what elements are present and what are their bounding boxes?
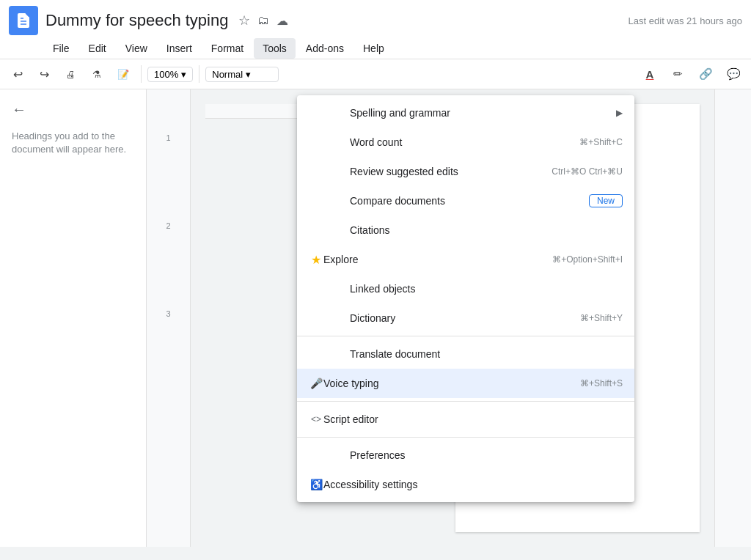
accessibility-icon: ♿	[309, 477, 323, 492]
menu-item-accessibility[interactable]: ♿ Accessibility settings	[297, 470, 634, 499]
new-badge: New	[589, 194, 623, 207]
menu-item-review[interactable]: Review suggested edits Ctrl+⌘O Ctrl+⌘U	[297, 157, 634, 186]
menu-item-spelling[interactable]: Spelling and grammar ▶	[297, 98, 634, 128]
menu-insert[interactable]: Insert	[158, 38, 201, 59]
preferences-label: Preferences	[323, 449, 623, 461]
menu-format[interactable]: Format	[202, 38, 252, 59]
right-panel	[714, 89, 751, 547]
outline-panel: ← Headings you add to the document will …	[0, 89, 147, 547]
undo-button[interactable]: ↩	[6, 62, 29, 86]
wordcount-label: Word count	[323, 136, 579, 148]
review-label: Review suggested edits	[323, 166, 552, 177]
zoom-value: 100%	[154, 69, 178, 80]
spell-check-button[interactable]: 📝	[111, 62, 135, 86]
menu-addons[interactable]: Add-ons	[297, 38, 353, 59]
outline-hint: Headings you add to the document will ap…	[12, 130, 134, 156]
link-button[interactable]: 🔗	[694, 62, 717, 86]
explore-label: Explore	[323, 254, 552, 265]
left-ruler: 1 2 3	[147, 89, 191, 547]
menu-edit[interactable]: Edit	[80, 38, 115, 59]
menu-view[interactable]: View	[117, 38, 156, 59]
back-arrow-button[interactable]: ←	[12, 101, 134, 118]
print-button[interactable]: 🖨	[59, 62, 82, 86]
text-color-button[interactable]: A	[638, 62, 662, 86]
menu-item-translate[interactable]: Translate document	[297, 339, 634, 369]
spelling-arrow: ▶	[616, 108, 623, 118]
cloud-icon[interactable]: ☁	[276, 14, 288, 28]
script-icon: <>	[309, 412, 323, 427]
last-edit-text: Last edit was 21 hours ago	[629, 15, 742, 26]
translate-icon	[309, 347, 323, 361]
menu-file[interactable]: File	[44, 38, 78, 59]
style-value: Normal	[212, 69, 243, 80]
menu-item-preferences[interactable]: Preferences	[297, 441, 634, 470]
linked-icon	[309, 281, 323, 296]
menu-item-wordcount[interactable]: Word count ⌘+Shift+C	[297, 128, 634, 157]
dictionary-shortcut: ⌘+Shift+Y	[580, 313, 623, 323]
style-dropdown[interactable]: Normal ▾	[205, 67, 279, 82]
highlight-button[interactable]: ✏	[666, 62, 689, 86]
menu-item-linked[interactable]: Linked objects	[297, 274, 634, 303]
voice-icon: 🎤	[309, 376, 323, 391]
menu-tools[interactable]: Tools	[254, 38, 296, 59]
linked-label: Linked objects	[323, 283, 623, 295]
toolbar-separator-1	[141, 65, 142, 83]
zoom-control[interactable]: 100% ▾	[147, 67, 193, 82]
toolbar-right-icons: A ✏ 🔗 💬	[638, 62, 745, 86]
dictionary-label: Dictionary	[323, 312, 580, 324]
explore-icon: ★	[309, 252, 323, 267]
script-label: Script editor	[323, 413, 623, 425]
preferences-icon	[309, 448, 323, 463]
menu-item-voice[interactable]: 🎤 Voice typing ⌘+Shift+S	[297, 369, 634, 398]
menu-item-dictionary[interactable]: Dictionary ⌘+Shift+Y	[297, 303, 634, 333]
citations-label: Citations	[323, 224, 623, 236]
wordcount-icon	[309, 135, 323, 150]
app-icon	[9, 6, 38, 35]
accessibility-label: Accessibility settings	[323, 479, 623, 490]
title-icons: ☆ 🗂 ☁	[238, 12, 288, 29]
doc-title[interactable]: Dummy for speech typing	[45, 11, 228, 30]
star-icon[interactable]: ☆	[238, 12, 250, 29]
redo-button[interactable]: ↪	[32, 62, 56, 86]
folder-icon[interactable]: 🗂	[257, 14, 269, 27]
voice-label: Voice typing	[323, 377, 580, 389]
compare-icon	[309, 194, 323, 208]
spelling-label: Spelling and grammar	[323, 107, 616, 119]
menu-item-compare[interactable]: Compare documents New	[297, 186, 634, 215]
voice-shortcut: ⌘+Shift+S	[580, 378, 623, 388]
separator-2	[297, 401, 634, 402]
title-bar: Dummy for speech typing ☆ 🗂 ☁ Last edit …	[0, 0, 751, 38]
menu-item-explore[interactable]: ★ Explore ⌘+Option+Shift+I	[297, 245, 634, 274]
toolbar: ↩ ↪ 🖨 ⚗ 📝 100% ▾ Normal ▾ A ✏ 🔗 💬	[0, 59, 751, 89]
wordcount-shortcut: ⌘+Shift+C	[579, 137, 623, 147]
review-icon	[309, 164, 323, 179]
paint-format-button[interactable]: ⚗	[85, 62, 109, 86]
menu-help[interactable]: Help	[354, 38, 393, 59]
dictionary-icon	[309, 311, 323, 325]
menu-item-citations[interactable]: Citations	[297, 215, 634, 245]
citations-icon	[309, 223, 323, 237]
zoom-chevron: ▾	[181, 69, 186, 80]
menu-bar: File Edit View Insert Format Tools Add-o…	[0, 38, 751, 59]
review-shortcut: Ctrl+⌘O Ctrl+⌘U	[552, 166, 623, 177]
style-chevron: ▾	[246, 69, 251, 80]
tools-dropdown-menu: Spelling and grammar ▶ Word count ⌘+Shif…	[297, 95, 634, 502]
compare-label: Compare documents	[323, 195, 583, 207]
explore-shortcut: ⌘+Option+Shift+I	[552, 254, 623, 265]
toolbar-separator-2	[199, 65, 199, 83]
spelling-icon	[309, 106, 323, 120]
comment-button[interactable]: 💬	[722, 62, 745, 86]
top-bar: Dummy for speech typing ☆ 🗂 ☁ Last edit …	[0, 0, 751, 89]
separator-1	[297, 336, 634, 336]
separator-3	[297, 437, 634, 438]
translate-label: Translate document	[323, 348, 623, 360]
menu-item-script[interactable]: <> Script editor	[297, 405, 634, 434]
